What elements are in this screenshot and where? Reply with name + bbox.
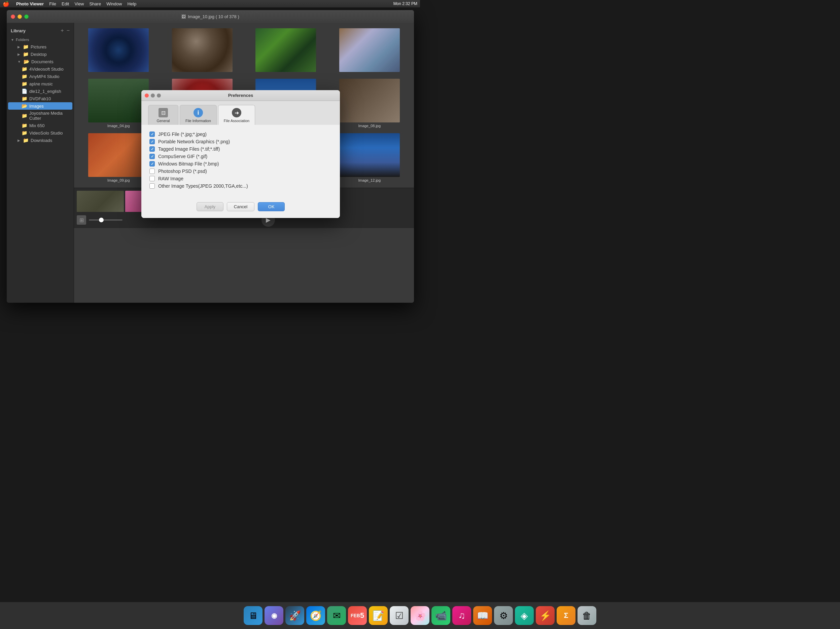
- sidebar-header-icons: + −: [61, 28, 69, 34]
- jpeg-checkbox[interactable]: [149, 131, 155, 137]
- ok-button[interactable]: OK: [258, 202, 285, 211]
- preferences-titlebar: Preferences: [141, 90, 340, 101]
- sidebar-item-desktop[interactable]: ▶ 📁 Desktop: [8, 50, 73, 58]
- folder-icon: 📁: [22, 66, 27, 72]
- file-type-list: JPEG File (*.jpg;*.jpeg) Portable Networ…: [149, 131, 332, 189]
- sidebar-item-4videosoft[interactable]: 📁 4Videosoft Studio: [8, 65, 73, 73]
- png-checkbox[interactable]: [149, 139, 155, 144]
- list-item: Photoshop PSD (*.psd): [149, 169, 332, 174]
- content-area: Library + − ▼ Folders ▶ 📁 Pictures ▶ 📁 D…: [7, 23, 414, 303]
- apply-button[interactable]: Apply: [197, 202, 223, 211]
- sidebar-item-images[interactable]: 📂 Images: [8, 102, 73, 110]
- app-name[interactable]: Photo Viewer: [16, 2, 44, 6]
- assoc-tab-label: File Association: [224, 119, 249, 123]
- bmp-checkbox[interactable]: [149, 161, 155, 167]
- folder-icon: 📂: [24, 59, 29, 64]
- apple-menu[interactable]: 🍎: [3, 1, 9, 7]
- sidebar-item-pictures[interactable]: ▶ 📁 Pictures: [8, 43, 73, 50]
- info-tab-icon: i: [194, 108, 203, 117]
- desktop-chevron: ▶: [17, 52, 20, 56]
- sidebar-item-joyoshare[interactable]: 📁 Joyoshare Media Cutter: [8, 110, 73, 122]
- folder-icon: 📁: [22, 96, 27, 101]
- file-icon: 📄: [22, 88, 27, 94]
- preferences-title: Preferences: [228, 93, 253, 98]
- menu-help[interactable]: Help: [127, 2, 136, 6]
- minimize-button[interactable]: [17, 14, 22, 19]
- close-button[interactable]: [11, 14, 15, 19]
- sidebar-section-folders: ▼ Folders: [7, 36, 74, 43]
- general-tab-label: General: [156, 119, 170, 123]
- other-label: Other Image Types(JPEG 2000,TGA,etc...): [158, 183, 248, 189]
- list-item: Other Image Types(JPEG 2000,TGA,etc...): [149, 183, 332, 189]
- folder-icon: 📁: [22, 74, 27, 79]
- menubar: 🍎 Photo Viewer File Edit View Share Wind…: [0, 0, 420, 7]
- cancel-button[interactable]: Cancel: [227, 202, 254, 211]
- jpeg-label: JPEG File (*.jpg;*.jpeg): [158, 131, 207, 137]
- preferences-buttons: Apply Cancel OK: [141, 195, 340, 218]
- titlebar: 🖼 Image_10.jpg ( 10 of 378 ): [7, 10, 414, 23]
- sidebar-item-dle[interactable]: 📄 dle12_1_english: [8, 87, 73, 95]
- menu-window[interactable]: Window: [106, 2, 122, 6]
- assoc-tab-icon: ➜: [232, 108, 241, 117]
- tab-file-association[interactable]: ➜ File Association: [218, 105, 255, 125]
- list-item: Portable Network Graphics (*.png): [149, 139, 332, 144]
- documents-chevron: ▼: [17, 60, 21, 63]
- preferences-content: JPEG File (*.jpg;*.jpeg) Portable Networ…: [141, 125, 340, 195]
- pref-maximize-button[interactable]: [157, 93, 161, 98]
- folder-icon: 📁: [23, 137, 28, 143]
- folder-icon: 📂: [22, 103, 27, 109]
- tiff-checkbox[interactable]: [149, 146, 155, 152]
- sidebar-minus-button[interactable]: −: [66, 28, 69, 34]
- list-item: RAW Image: [149, 176, 332, 181]
- sidebar-item-mix[interactable]: 📁 Mix 650: [8, 122, 73, 129]
- preferences-tabs: ⊟ General i File Information ➜ File Asso…: [141, 101, 340, 125]
- list-item: Tagged Image Files (*.tif;*.tiff): [149, 146, 332, 152]
- menu-share[interactable]: Share: [89, 2, 101, 6]
- gif-label: CompuServe GIF (*.gif): [158, 154, 207, 159]
- sidebar-add-button[interactable]: +: [61, 28, 63, 34]
- folder-icon: 📁: [22, 130, 27, 136]
- image-area: Image_04.jpg Image_08.jpg Image_09.jpg: [74, 23, 414, 303]
- folder-icon: 📁: [23, 52, 28, 57]
- folders-chevron[interactable]: ▼: [11, 38, 14, 42]
- sidebar-item-videosolo[interactable]: 📁 VideoSolo Studio: [8, 129, 73, 137]
- pref-minimize-button[interactable]: [151, 93, 155, 98]
- pictures-chevron: ▶: [17, 45, 20, 49]
- sidebar-header: Library + −: [7, 26, 74, 36]
- raw-checkbox[interactable]: [149, 176, 155, 181]
- sidebar-item-documents[interactable]: ▼ 📂 Documents: [8, 58, 73, 65]
- pref-close-button[interactable]: [145, 93, 149, 98]
- sidebar-item-downloads[interactable]: ▶ 📁 Downloads: [8, 137, 73, 144]
- folder-icon: 📁: [22, 123, 27, 128]
- pref-traffic-lights: [145, 93, 161, 98]
- bmp-label: Windows Bitmap File (*.bmp): [158, 161, 219, 167]
- other-checkbox[interactable]: [149, 183, 155, 189]
- sidebar: Library + − ▼ Folders ▶ 📁 Pictures ▶ 📁 D…: [7, 23, 74, 303]
- sidebar-title: Library: [11, 28, 25, 33]
- downloads-chevron: ▶: [17, 139, 20, 142]
- psd-label: Photoshop PSD (*.psd): [158, 169, 207, 174]
- info-tab-label: File Information: [185, 119, 211, 123]
- png-label: Portable Network Graphics (*.png): [158, 139, 230, 144]
- maximize-button[interactable]: [24, 14, 28, 19]
- tab-general[interactable]: ⊟ General: [148, 105, 178, 125]
- general-tab-icon: ⊟: [158, 108, 168, 117]
- gif-checkbox[interactable]: [149, 154, 155, 159]
- preferences-dialog: Preferences ⊟ General i File Information: [141, 90, 340, 218]
- menu-edit[interactable]: Edit: [62, 2, 69, 6]
- menu-view[interactable]: View: [74, 2, 84, 6]
- tiff-label: Tagged Image Files (*.tif;*.tiff): [158, 146, 220, 152]
- list-item: CompuServe GIF (*.gif): [149, 154, 332, 159]
- list-item: Windows Bitmap File (*.bmp): [149, 161, 332, 167]
- menu-file[interactable]: File: [49, 2, 56, 6]
- folder-icon: 📁: [22, 113, 27, 118]
- menubar-right: Mon 2:32 PM: [393, 2, 417, 6]
- folder-icon: 📁: [22, 81, 27, 87]
- tab-file-information[interactable]: i File Information: [180, 105, 217, 125]
- psd-checkbox[interactable]: [149, 169, 155, 174]
- sidebar-item-dvdfab[interactable]: 📁 DVDFab10: [8, 95, 73, 102]
- preferences-overlay: Preferences ⊟ General i File Information: [74, 23, 414, 303]
- menubar-time: Mon 2:32 PM: [393, 2, 417, 6]
- sidebar-item-anymp4[interactable]: 📁 AnyMP4 Studio: [8, 73, 73, 80]
- sidebar-item-aplle-music[interactable]: 📁 aplле music: [8, 80, 73, 87]
